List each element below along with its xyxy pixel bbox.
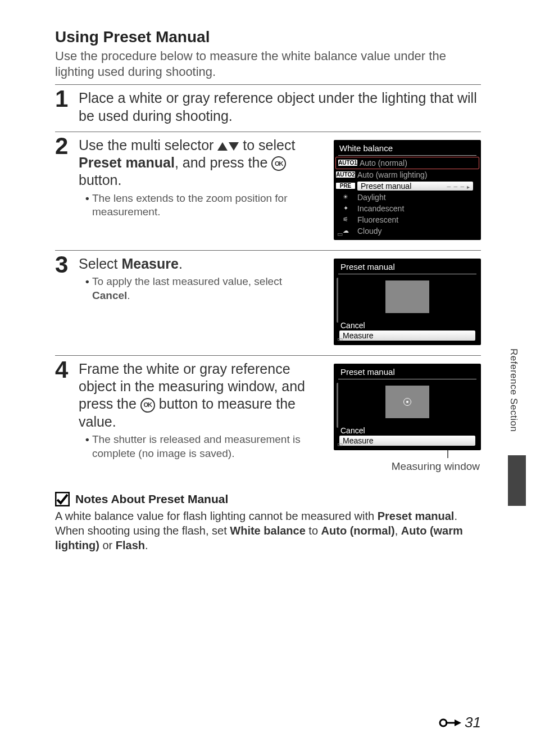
- fluorescent-icon: ⚟: [336, 216, 355, 223]
- screen-title: Preset manual: [334, 366, 481, 379]
- measure-option-selected: Measure: [339, 436, 475, 446]
- wb-label-selected: Preset manual – – – ▸: [357, 182, 473, 191]
- step-2: 2 Use the multi selector to select Prese…: [55, 137, 322, 219]
- wb-row-auto2: AUTO2 Auto (warm lighting): [334, 169, 481, 180]
- text: to: [306, 524, 321, 537]
- measuring-window-caption: Measuring window: [334, 460, 481, 473]
- menu-icon: ▭: [337, 230, 343, 238]
- preset-manual-screen-1: Preset manual Cancel Measure ▭: [334, 259, 481, 345]
- text: to select: [239, 137, 295, 153]
- sun-icon: ☀: [336, 193, 355, 201]
- ok-button-icon: OK: [271, 156, 286, 171]
- wb-label: Fluorescent: [357, 215, 479, 224]
- reference-link-icon: [439, 717, 462, 729]
- wb-row-preset-selected: PRE Preset manual – – – ▸: [334, 180, 481, 192]
- page-footer: 31: [439, 714, 481, 731]
- divider: [55, 84, 481, 85]
- divider: [55, 355, 481, 356]
- side-section-label: Reference Section: [508, 348, 519, 432]
- down-triangle-icon: [229, 142, 239, 151]
- callout-body: A white balance value for flash lighting…: [55, 509, 481, 553]
- screen-title: White balance: [334, 142, 481, 155]
- arrow-right-icon: ▸: [467, 184, 470, 190]
- text: Preset manual: [361, 182, 411, 191]
- text: .: [145, 539, 148, 551]
- text-bold: White balance: [230, 524, 305, 537]
- notes-callout: Notes About Preset Manual A white balanc…: [55, 492, 481, 553]
- wb-row-auto1: AUTO1 Auto (normal): [335, 157, 479, 169]
- wb-label: Daylight: [357, 193, 479, 202]
- text: button.: [79, 172, 121, 188]
- text: Use the multi selector: [79, 137, 217, 153]
- white-balance-screen: White balance AUTO1 Auto (normal) AUTO2 …: [334, 140, 481, 240]
- preview-area: [334, 274, 481, 319]
- preview-area: [334, 379, 481, 424]
- preset-manual-screen-2: Preset manual Cancel Measure ▭: [334, 364, 481, 450]
- divider: [55, 132, 481, 132]
- text-bold: Measure: [121, 256, 178, 271]
- note-check-icon: [55, 492, 70, 506]
- side-tab: [508, 455, 526, 506]
- text-bold: Preset manual: [378, 510, 455, 522]
- wb-row-incandescent: ✦ Incandescent: [334, 203, 481, 214]
- step-2-head: Use the multi selector to select Preset …: [79, 137, 322, 189]
- text: To apply the last measured value, select: [92, 275, 282, 287]
- step-number: 1: [55, 89, 71, 125]
- text-bold: Flash: [116, 539, 145, 551]
- wb-label: Incandescent: [357, 204, 479, 213]
- text: or: [99, 539, 116, 551]
- text: , and press the: [175, 155, 271, 170]
- text-bold: Cancel: [92, 289, 127, 301]
- step-3-bullet: To apply the last measured value, select…: [92, 275, 322, 302]
- text: .: [179, 256, 183, 271]
- page-number: 31: [465, 714, 481, 731]
- step-4-bullet: The shutter is released and measurement …: [92, 433, 322, 460]
- menu-icon: ▭: [337, 441, 343, 448]
- step-2-bullet: The lens extends to the zoom position fo…: [92, 192, 322, 219]
- cancel-option: Cancel: [339, 425, 475, 436]
- step-1-head: Place a white or gray reference object u…: [79, 89, 481, 125]
- step-3: 3 Select Measure. To apply the last meas…: [55, 255, 322, 303]
- divider: [55, 250, 481, 251]
- up-triangle-icon: [217, 142, 228, 151]
- text-bold: Auto (normal): [321, 524, 395, 537]
- bulb-icon: ✦: [336, 205, 355, 212]
- target-icon: [403, 398, 411, 406]
- wb-label: Auto (normal): [360, 159, 476, 168]
- wb-label: Cloudy: [357, 227, 479, 236]
- step-number: 2: [55, 137, 71, 219]
- measure-option-selected: Measure: [339, 331, 475, 341]
- wb-label: Auto (warm lighting): [357, 170, 479, 179]
- ok-button-icon: OK: [140, 398, 155, 413]
- gray-preview-box: [385, 280, 429, 313]
- step-number: 3: [55, 255, 71, 303]
- pre-icon: PRE: [336, 183, 355, 189]
- cancel-option: Cancel: [339, 320, 475, 331]
- text: .: [127, 289, 130, 301]
- callout-title: Notes About Preset Manual: [75, 492, 228, 506]
- step-4: 4 Frame the white or gray reference obje…: [55, 360, 322, 460]
- step-4-head: Frame the white or gray reference object…: [79, 360, 322, 431]
- intro-text: Use the procedure below to measure the w…: [55, 48, 481, 80]
- step-number: 4: [55, 360, 71, 460]
- text: A white balance value for flash lighting…: [55, 510, 378, 522]
- text-bold: Preset manual: [79, 155, 175, 170]
- auto2-icon: AUTO2: [336, 171, 355, 178]
- step-1: 1 Place a white or gray reference object…: [55, 89, 481, 125]
- text: ,: [395, 524, 401, 537]
- wb-row-daylight: ☀ Daylight: [334, 192, 481, 203]
- wb-row-cloudy: ☁ Cloudy: [334, 225, 481, 237]
- step-3-head: Select Measure.: [79, 255, 322, 273]
- auto1-icon: AUTO1: [338, 160, 357, 166]
- section-title: Using Preset Manual: [55, 28, 481, 46]
- text: Select: [79, 256, 121, 271]
- wb-row-fluorescent: ⚟ Fluorescent: [334, 214, 481, 225]
- dash-icon: – – –: [447, 183, 465, 191]
- menu-icon: ▭: [337, 336, 343, 343]
- screen-title: Preset manual: [334, 261, 481, 274]
